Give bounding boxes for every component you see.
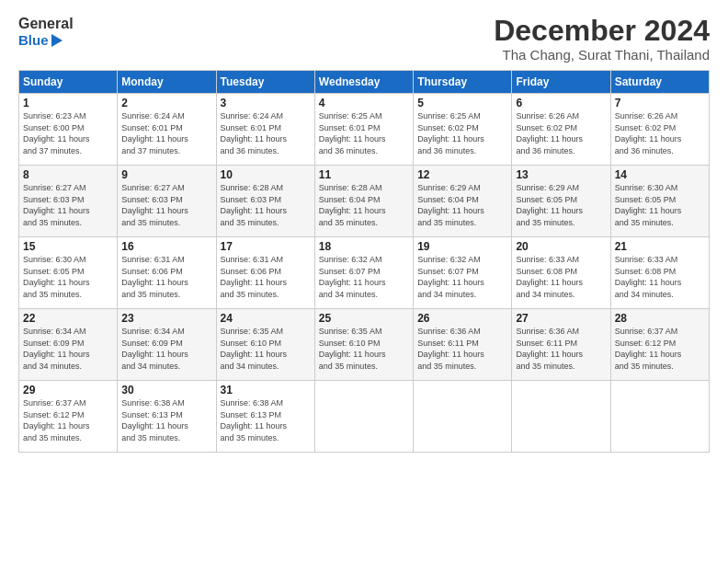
calendar-week-row: 15Sunrise: 6:30 AM Sunset: 6:05 PM Dayli… [19,237,710,309]
calendar: Sunday Monday Tuesday Wednesday Thursday… [18,70,710,453]
day-info: Sunrise: 6:30 AM Sunset: 6:05 PM Dayligh… [615,182,705,228]
day-number: 28 [615,312,705,325]
col-thursday: Thursday [414,71,512,94]
logo-blue-text: Blue [18,32,49,48]
day-number: 21 [615,240,705,253]
table-row: 7Sunrise: 6:26 AM Sunset: 6:02 PM Daylig… [610,94,709,166]
day-number: 30 [121,384,211,396]
table-row [414,381,512,453]
col-wednesday: Wednesday [314,71,413,94]
table-row: 19Sunrise: 6:32 AM Sunset: 6:07 PM Dayli… [414,237,512,309]
col-monday: Monday [118,71,216,94]
day-number: 19 [417,240,507,253]
table-row: 10Sunrise: 6:28 AM Sunset: 6:03 PM Dayli… [216,166,314,237]
day-number: 2 [121,97,211,109]
calendar-week-row: 1Sunrise: 6:23 AM Sunset: 6:00 PM Daylig… [19,94,710,166]
table-row: 13Sunrise: 6:29 AM Sunset: 6:05 PM Dayli… [512,166,610,237]
day-info: Sunrise: 6:37 AM Sunset: 6:12 PM Dayligh… [615,326,705,372]
logo: General Blue [18,15,74,48]
logo-arrow-icon [51,34,63,47]
day-number: 12 [417,168,507,181]
day-number: 23 [121,312,211,325]
day-number: 1 [23,97,113,109]
calendar-header-row: Sunday Monday Tuesday Wednesday Thursday… [19,71,710,94]
location: Tha Chang, Surat Thani, Thailand [494,47,710,63]
table-row: 21Sunrise: 6:33 AM Sunset: 6:08 PM Dayli… [610,237,709,309]
month-title: December 2024 [494,15,710,47]
logo-blue-line: Blue [18,32,63,48]
day-number: 26 [417,312,507,325]
day-info: Sunrise: 6:27 AM Sunset: 6:03 PM Dayligh… [23,182,113,228]
day-info: Sunrise: 6:38 AM Sunset: 6:13 PM Dayligh… [221,397,311,443]
day-info: Sunrise: 6:36 AM Sunset: 6:11 PM Dayligh… [417,326,507,372]
table-row: 16Sunrise: 6:31 AM Sunset: 6:06 PM Dayli… [118,237,216,309]
day-info: Sunrise: 6:33 AM Sunset: 6:08 PM Dayligh… [516,254,606,300]
col-tuesday: Tuesday [216,71,314,94]
day-info: Sunrise: 6:35 AM Sunset: 6:10 PM Dayligh… [319,326,409,372]
day-number: 14 [615,168,705,181]
day-info: Sunrise: 6:23 AM Sunset: 6:00 PM Dayligh… [23,110,113,156]
day-info: Sunrise: 6:33 AM Sunset: 6:08 PM Dayligh… [615,254,705,300]
table-row: 29Sunrise: 6:37 AM Sunset: 6:12 PM Dayli… [19,381,118,453]
day-number: 22 [23,312,113,325]
table-row: 28Sunrise: 6:37 AM Sunset: 6:12 PM Dayli… [610,309,709,381]
table-row [512,381,610,453]
table-row: 18Sunrise: 6:32 AM Sunset: 6:07 PM Dayli… [314,237,413,309]
day-number: 27 [516,312,606,325]
day-info: Sunrise: 6:25 AM Sunset: 6:02 PM Dayligh… [417,110,507,156]
day-info: Sunrise: 6:29 AM Sunset: 6:05 PM Dayligh… [516,182,606,228]
col-saturday: Saturday [610,71,709,94]
header: General Blue December 2024 Tha Chang, Su… [18,15,710,63]
table-row: 17Sunrise: 6:31 AM Sunset: 6:06 PM Dayli… [216,237,314,309]
day-number: 3 [221,97,311,109]
table-row: 27Sunrise: 6:36 AM Sunset: 6:11 PM Dayli… [512,309,610,381]
day-info: Sunrise: 6:27 AM Sunset: 6:03 PM Dayligh… [121,182,211,228]
day-info: Sunrise: 6:32 AM Sunset: 6:07 PM Dayligh… [319,254,409,300]
day-info: Sunrise: 6:28 AM Sunset: 6:03 PM Dayligh… [221,182,311,228]
day-number: 16 [121,240,211,253]
table-row: 6Sunrise: 6:26 AM Sunset: 6:02 PM Daylig… [512,94,610,166]
day-info: Sunrise: 6:34 AM Sunset: 6:09 PM Dayligh… [23,326,113,372]
day-info: Sunrise: 6:35 AM Sunset: 6:10 PM Dayligh… [221,326,311,372]
day-info: Sunrise: 6:36 AM Sunset: 6:11 PM Dayligh… [516,326,606,372]
col-sunday: Sunday [19,71,118,94]
table-row: 20Sunrise: 6:33 AM Sunset: 6:08 PM Dayli… [512,237,610,309]
day-number: 20 [516,240,606,253]
day-number: 29 [23,384,113,396]
table-row: 5Sunrise: 6:25 AM Sunset: 6:02 PM Daylig… [414,94,512,166]
day-number: 31 [221,384,311,396]
day-info: Sunrise: 6:25 AM Sunset: 6:01 PM Dayligh… [319,110,409,156]
table-row: 15Sunrise: 6:30 AM Sunset: 6:05 PM Dayli… [19,237,118,309]
table-row: 4Sunrise: 6:25 AM Sunset: 6:01 PM Daylig… [314,94,413,166]
day-info: Sunrise: 6:37 AM Sunset: 6:12 PM Dayligh… [23,397,113,443]
day-number: 4 [319,97,409,109]
day-number: 15 [23,240,113,253]
table-row: 2Sunrise: 6:24 AM Sunset: 6:01 PM Daylig… [118,94,216,166]
table-row: 31Sunrise: 6:38 AM Sunset: 6:13 PM Dayli… [216,381,314,453]
day-number: 24 [221,312,311,325]
table-row: 30Sunrise: 6:38 AM Sunset: 6:13 PM Dayli… [118,381,216,453]
logo-general-text: General [18,15,74,32]
day-info: Sunrise: 6:31 AM Sunset: 6:06 PM Dayligh… [121,254,211,300]
page: General Blue December 2024 Tha Chang, Su… [0,0,728,563]
day-number: 5 [417,97,507,109]
day-info: Sunrise: 6:26 AM Sunset: 6:02 PM Dayligh… [615,110,705,156]
day-number: 6 [516,97,606,109]
calendar-week-row: 29Sunrise: 6:37 AM Sunset: 6:12 PM Dayli… [19,381,710,453]
table-row: 12Sunrise: 6:29 AM Sunset: 6:04 PM Dayli… [414,166,512,237]
day-info: Sunrise: 6:38 AM Sunset: 6:13 PM Dayligh… [121,397,211,443]
table-row [314,381,413,453]
table-row: 26Sunrise: 6:36 AM Sunset: 6:11 PM Dayli… [414,309,512,381]
table-row: 9Sunrise: 6:27 AM Sunset: 6:03 PM Daylig… [118,166,216,237]
day-info: Sunrise: 6:24 AM Sunset: 6:01 PM Dayligh… [121,110,211,156]
day-number: 17 [221,240,311,253]
day-number: 7 [615,97,705,109]
table-row: 14Sunrise: 6:30 AM Sunset: 6:05 PM Dayli… [610,166,709,237]
table-row: 3Sunrise: 6:24 AM Sunset: 6:01 PM Daylig… [216,94,314,166]
day-info: Sunrise: 6:30 AM Sunset: 6:05 PM Dayligh… [23,254,113,300]
table-row: 24Sunrise: 6:35 AM Sunset: 6:10 PM Dayli… [216,309,314,381]
day-number: 13 [516,168,606,181]
title-block: December 2024 Tha Chang, Surat Thani, Th… [494,15,710,63]
table-row: 8Sunrise: 6:27 AM Sunset: 6:03 PM Daylig… [19,166,118,237]
day-number: 18 [319,240,409,253]
